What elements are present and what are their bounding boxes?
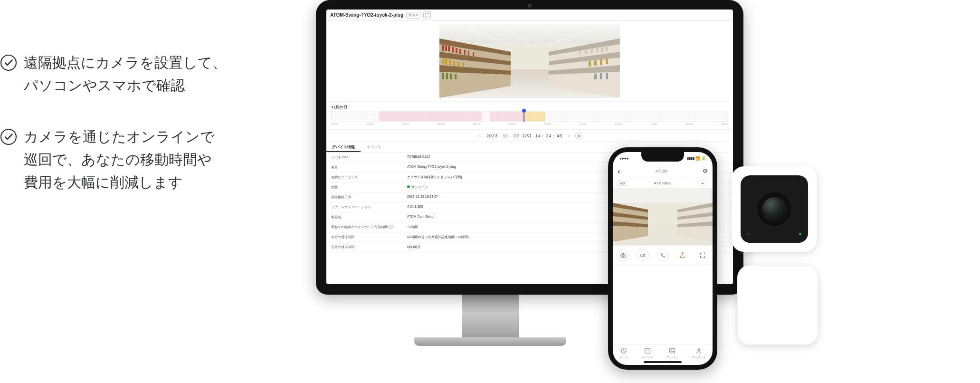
date-display[interactable]: 2023 · 11 · 22 — [486, 134, 519, 138]
timeline-date-label: 11月22日 — [331, 105, 728, 110]
timeline-section: 11月22日 00:0002:00 04:0006:00 08:0010:00 … — [326, 102, 733, 130]
phone-title: ATOM — [620, 169, 703, 173]
svg-rect-14 — [459, 49, 461, 54]
svg-rect-40 — [594, 60, 597, 66]
feature-text: カメラを通じたオンラインで 巡回で、あなたの移動時間や 費用を大幅に削減します — [24, 125, 215, 194]
svg-rect-15 — [464, 50, 466, 55]
svg-rect-24 — [442, 73, 444, 79]
phone-topbar: ‹ ATOM ⚙ — [613, 164, 713, 178]
record-video-button[interactable] — [637, 249, 649, 261]
quality-button[interactable]: HD — [618, 181, 627, 186]
camera-title: ATOM-Swing-TYO2-toyok-2-plug — [330, 12, 403, 18]
svg-rect-22 — [457, 62, 459, 67]
svg-rect-27 — [455, 74, 457, 79]
next-button[interactable]: › — [566, 133, 571, 138]
fullscreen-button[interactable]: ⛶ — [423, 11, 431, 19]
timeline-segment — [522, 112, 545, 121]
mic-hole-icon — [747, 233, 750, 235]
svg-rect-32 — [606, 45, 608, 51]
go-live-button[interactable]: ● — [575, 133, 582, 139]
tab-events[interactable]: イベント — [361, 142, 387, 152]
svg-rect-9 — [442, 45, 444, 51]
svg-point-76 — [698, 349, 700, 351]
share-button[interactable]: 共有 ▾ — [406, 12, 420, 19]
svg-rect-10 — [445, 46, 447, 51]
svg-point-0 — [1, 55, 16, 70]
info-label: 製品名 — [326, 212, 402, 222]
tab-account[interactable]: アカウント — [692, 347, 706, 360]
svg-rect-67 — [620, 254, 625, 257]
timeline-track[interactable] — [331, 111, 728, 122]
settings-button[interactable]: ⚙ — [703, 168, 708, 174]
svg-rect-44 — [594, 74, 597, 79]
svg-rect-33 — [601, 46, 603, 52]
app-header: ATOM-Swing-TYO2-toyok-2-plug 共有 ▾ ⛶ — [326, 10, 733, 21]
info-label: 状態 — [326, 182, 402, 192]
svg-rect-41 — [589, 61, 591, 67]
live-video-thumbnail — [439, 24, 620, 98]
status-led-icon — [799, 233, 801, 235]
svg-rect-16 — [468, 51, 469, 56]
info-label: デバイスID — [326, 153, 402, 162]
snapshot-button[interactable] — [617, 249, 629, 261]
call-button[interactable] — [657, 249, 669, 261]
online-dot-icon — [407, 185, 410, 188]
camera-lens-icon — [760, 194, 789, 224]
svg-point-68 — [622, 255, 623, 256]
share-label: 共有 — [409, 13, 415, 18]
tab-events[interactable]: イベント — [642, 347, 653, 360]
datetime-nav: ‹ 2023 · 11 · 22 (水) 14 : 24 : 43 › ● — [326, 130, 733, 142]
phone-action-bar — [613, 245, 713, 265]
monitor-webcam — [528, 4, 532, 8]
svg-rect-38 — [606, 58, 608, 64]
feature-item: カメラを通じたオンラインで 巡回で、あなたの移動時間や 費用を大幅に削減します — [0, 125, 295, 194]
record-indicator[interactable]: ● — [697, 180, 708, 186]
info-label: 最終接続日時 — [326, 192, 402, 202]
phone-content-area — [613, 265, 713, 344]
expand-icon: ⛶ — [425, 13, 429, 18]
timeline-hour-labels: 00:0002:00 04:0006:00 08:0010:00 12:0014… — [331, 123, 728, 125]
tab-album[interactable]: アルバム — [666, 347, 678, 360]
svg-rect-70 — [640, 254, 644, 256]
svg-rect-18 — [442, 58, 444, 64]
monitor-stand — [462, 294, 519, 341]
svg-rect-42 — [606, 73, 608, 79]
info-label: 手動での動画のエクスポート可能時間? — [326, 222, 402, 232]
time-display[interactable]: 14 : 24 : 43 — [535, 134, 562, 138]
check-icon — [0, 54, 17, 71]
phone-live-video[interactable] — [613, 188, 713, 245]
timeline-playhead[interactable] — [523, 111, 524, 122]
svg-rect-17 — [473, 52, 474, 56]
svg-rect-34 — [596, 47, 599, 52]
dow-display: (水) — [523, 133, 532, 139]
svg-rect-21 — [453, 61, 455, 66]
svg-rect-20 — [449, 60, 451, 65]
svg-rect-35 — [590, 48, 593, 53]
tab-home[interactable]: ホーム — [619, 347, 628, 360]
svg-rect-74 — [670, 348, 675, 353]
svg-rect-39 — [600, 59, 602, 65]
check-icon — [0, 128, 17, 145]
timeline-segment — [490, 112, 522, 121]
feature-list: 遠隔拠点にカメラを設置して、 パソコンやスマホで確認 カメラを通じたオンラインで… — [0, 51, 295, 222]
svg-rect-36 — [585, 49, 587, 54]
fullscreen-button[interactable] — [696, 249, 709, 261]
svg-rect-2 — [439, 24, 620, 43]
svg-rect-19 — [445, 59, 447, 65]
phone-notch — [641, 152, 684, 162]
tab-device-info[interactable]: デバイス情報 — [326, 142, 361, 152]
phone-app: ●●●● ▮▮▮▮ 📶 🔋 ‹ ATOM ⚙ HD 41.0 KB/s ● — [613, 152, 713, 365]
svg-rect-43 — [600, 73, 602, 79]
monitor-base — [414, 337, 566, 346]
svg-rect-72 — [645, 348, 650, 353]
share-button[interactable] — [676, 249, 689, 261]
video-meta-bar: HD 41.0 KB/s ● — [613, 178, 713, 188]
camera-device-swing — [732, 166, 817, 252]
info-label: 名前 — [326, 163, 402, 172]
feature-text: 遠隔拠点にカメラを設置して、 パソコンやスマホで確認 — [24, 51, 227, 97]
prev-button[interactable]: ‹ — [477, 133, 483, 138]
video-pane[interactable] — [326, 21, 733, 102]
svg-point-1 — [1, 129, 16, 144]
help-icon[interactable]: ? — [389, 225, 393, 229]
camera-device-cube — [737, 265, 818, 345]
